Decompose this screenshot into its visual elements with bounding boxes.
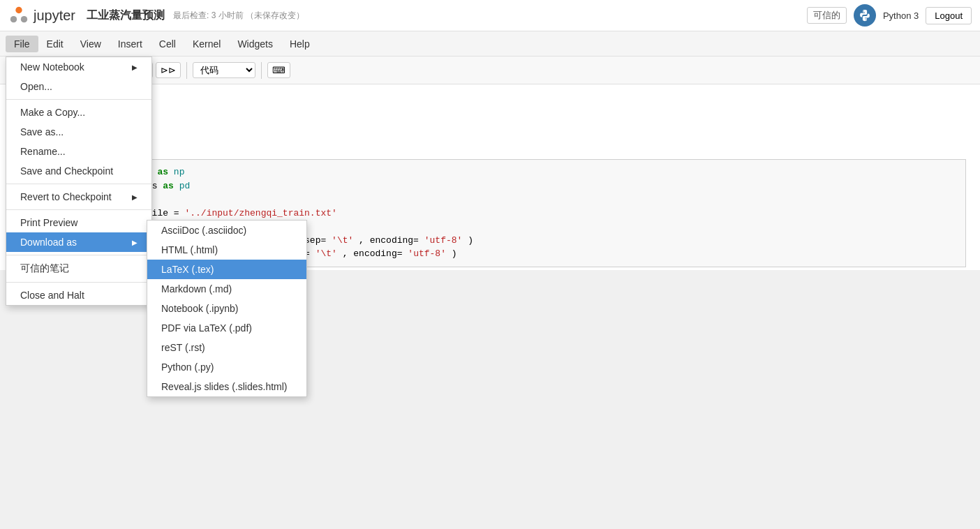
download-rest[interactable]: reST (.rst) (147, 338, 306, 357)
download-html[interactable]: HTML (.html) (147, 240, 306, 260)
separator-5 (6, 282, 151, 283)
separator-1 (6, 99, 151, 100)
menu-print-preview[interactable]: Print Preview (6, 213, 151, 232)
download-python[interactable]: Python (.py) (147, 357, 306, 377)
new-notebook-arrow: ▶ (132, 64, 138, 71)
menu-download-as[interactable]: Download as ▶ (6, 232, 151, 252)
separator-2 (6, 184, 151, 184)
download-asciidoc[interactable]: AsciiDoc (.asciidoc) (147, 221, 306, 240)
menu-trusted[interactable]: 可信的笔记 (6, 258, 151, 279)
menu-close-halt[interactable]: Close and Halt (6, 285, 151, 305)
revert-arrow: ▶ (132, 193, 138, 201)
download-submenu: AsciiDoc (.asciidoc) HTML (.html) LaTeX … (147, 220, 307, 397)
menu-rename[interactable]: Rename... (6, 142, 151, 161)
menu-revert-checkpoint[interactable]: Revert to Checkpoint ▶ (6, 187, 151, 207)
menu-save-checkpoint[interactable]: Save and Checkpoint (6, 161, 151, 181)
download-arrow: ▶ (132, 239, 138, 246)
download-notebook[interactable]: Notebook (.ipynb) (147, 299, 306, 318)
file-dropdown-menu: New Notebook ▶ Open... Make a Copy... Sa… (6, 57, 152, 306)
separator-4 (6, 255, 151, 255)
download-pdf[interactable]: PDF via LaTeX (.pdf) (147, 318, 306, 338)
menu-open[interactable]: Open... (6, 77, 151, 96)
download-markdown[interactable]: Markdown (.md) (147, 279, 306, 299)
menu-new-notebook[interactable]: New Notebook ▶ (6, 57, 151, 77)
download-latex[interactable]: LaTeX (.tex) (147, 260, 306, 279)
menu-save-as[interactable]: Save as... (6, 122, 151, 142)
menu-make-copy[interactable]: Make a Copy... (6, 103, 151, 122)
download-reveal[interactable]: Reveal.js slides (.slides.html) (147, 377, 306, 396)
separator-3 (6, 209, 151, 210)
